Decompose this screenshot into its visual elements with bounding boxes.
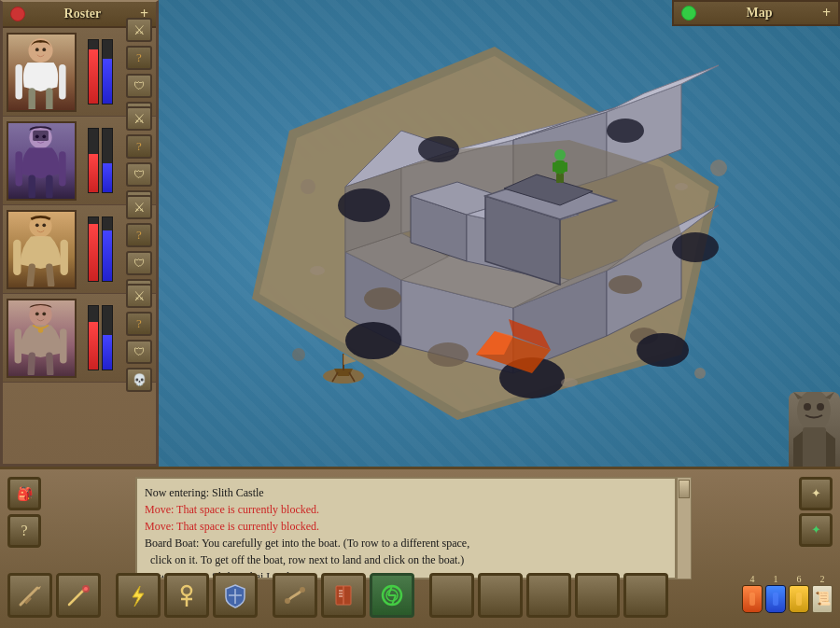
svg-line-80	[30, 267, 32, 285]
toolbar-spellbook-button[interactable]	[321, 573, 366, 618]
potion-orange-count: 4	[750, 574, 755, 584]
stat-bars-2	[88, 128, 114, 193]
character-row-2: ⚔ ? 🛡 💀	[3, 117, 156, 205]
toolbar-rest-button[interactable]	[370, 573, 414, 618]
character-stats-1	[77, 39, 124, 105]
map-add-button[interactable]: +	[822, 5, 831, 21]
stat-bars-1	[88, 39, 114, 105]
scrollbar-thumb[interactable]	[679, 480, 690, 498]
item-potions: 4 1 6 2	[742, 574, 833, 617]
sp-bar-4	[102, 305, 113, 370]
character-shield-icon-3[interactable]: 🛡	[126, 251, 152, 275]
toolbar-action-button[interactable]	[273, 573, 317, 618]
svg-point-34	[672, 232, 719, 262]
character-mystery-icon-4[interactable]: ?	[126, 312, 152, 336]
item-bag-button[interactable]: 🎒	[7, 477, 41, 510]
toolbar-empty-5[interactable]	[623, 573, 668, 618]
potion-yellow-icon[interactable]	[789, 585, 809, 613]
svg-line-107	[21, 588, 37, 605]
toolbar-empty-2[interactable]	[478, 573, 523, 618]
bottom-panel: 🎒 ? Now entering: Slith Castle Move: Tha…	[0, 467, 840, 628]
toolbar-shield-button[interactable]	[213, 573, 258, 618]
toolbar-lightning-button[interactable]	[116, 573, 161, 618]
character-row-4: ⚔ ? 🛡 💀	[3, 294, 156, 383]
svg-point-69	[42, 134, 46, 138]
character-mystery-icon-1[interactable]: ?	[126, 46, 152, 70]
toolbar-empty-3[interactable]	[526, 573, 571, 618]
message-scrollbar[interactable]	[677, 477, 692, 579]
hp-bar-2	[88, 128, 99, 193]
character-portrait-4[interactable]	[7, 299, 77, 378]
svg-rect-67	[33, 130, 49, 140]
svg-point-43	[710, 160, 727, 176]
question-button[interactable]: ?	[7, 514, 41, 548]
character-portrait-3[interactable]	[7, 210, 77, 289]
map-icon	[681, 6, 696, 21]
toolbar-ankh-button[interactable]	[164, 573, 209, 618]
character-mystery-icon-2[interactable]: ?	[126, 134, 152, 159]
svg-point-44	[310, 266, 325, 275]
gem-button[interactable]: ✦	[799, 513, 833, 547]
map-title: Map	[746, 6, 772, 21]
svg-point-30	[345, 322, 401, 359]
svg-marker-113	[133, 586, 144, 607]
svg-point-36	[607, 119, 644, 143]
svg-point-40	[301, 179, 315, 194]
character-stats-4	[77, 305, 124, 370]
toolbar-spell-button[interactable]	[56, 573, 101, 618]
potion-blue-icon[interactable]	[765, 585, 786, 613]
toolbar-attack-button[interactable]	[7, 573, 52, 618]
scroll-item: 2 📜	[812, 574, 833, 613]
svg-point-112	[84, 587, 88, 591]
svg-point-53	[554, 149, 566, 160]
svg-point-41	[694, 368, 706, 379]
roster-icon	[10, 7, 25, 21]
character-portrait-1[interactable]	[7, 33, 77, 112]
character-attack-icon-3[interactable]: ⚔	[126, 195, 152, 219]
svg-rect-54	[555, 160, 565, 174]
potion-blue-count: 1	[774, 574, 778, 584]
roster-title: Roster	[64, 7, 102, 21]
character-shield-icon-1[interactable]: 🛡	[126, 74, 152, 98]
svg-point-100	[804, 403, 811, 411]
svg-rect-104	[803, 427, 826, 465]
character-attack-icon-1[interactable]: ⚔	[126, 18, 152, 42]
svg-rect-58	[560, 174, 564, 183]
character-portrait-2[interactable]	[7, 121, 77, 201]
message-line-4: Board Boat: You carefully get into the b…	[145, 535, 667, 551]
svg-point-119	[285, 598, 290, 604]
character-row-3: ⚔ ? 🛡 💀	[3, 205, 156, 294]
isometric-map[interactable]	[159, 19, 831, 457]
character-attack-icon-4[interactable]: ⚔	[126, 284, 152, 308]
svg-point-86	[38, 328, 44, 333]
potion-orange-icon[interactable]	[742, 585, 763, 613]
gargoyle-right	[789, 392, 840, 467]
svg-point-32	[637, 333, 689, 367]
svg-rect-55	[553, 162, 556, 172]
character-stats-3	[77, 216, 124, 282]
character-attack-icon-2[interactable]: ⚔	[126, 106, 152, 131]
message-log: Now entering: Slith Castle Move: That sp…	[135, 477, 677, 579]
toolbar-empty-1[interactable]	[429, 573, 474, 618]
amulet-button[interactable]: ✦	[799, 477, 833, 510]
svg-point-77	[42, 223, 46, 227]
potion-yellow-count: 6	[797, 574, 802, 584]
scroll-icon[interactable]: 📜	[812, 585, 833, 613]
svg-marker-106	[826, 431, 835, 467]
potion-blue: 1	[765, 574, 786, 613]
svg-point-120	[300, 587, 305, 593]
svg-point-27	[609, 275, 642, 294]
character-mystery-icon-3[interactable]: ?	[126, 223, 152, 247]
toolbar-empty-4[interactable]	[575, 573, 620, 618]
sp-bar-2	[102, 128, 113, 193]
svg-point-28	[427, 342, 469, 367]
svg-line-89	[31, 356, 32, 373]
svg-point-35	[418, 136, 459, 162]
character-shield-icon-4[interactable]: 🛡	[126, 340, 152, 364]
svg-line-90	[49, 356, 50, 373]
svg-point-26	[364, 287, 401, 310]
character-shield-icon-2[interactable]: 🛡	[126, 162, 152, 187]
message-line-1: Now entering: Slith Castle	[145, 484, 667, 501]
svg-rect-57	[556, 174, 560, 183]
character-skull-icon-4[interactable]: 💀	[126, 368, 152, 392]
